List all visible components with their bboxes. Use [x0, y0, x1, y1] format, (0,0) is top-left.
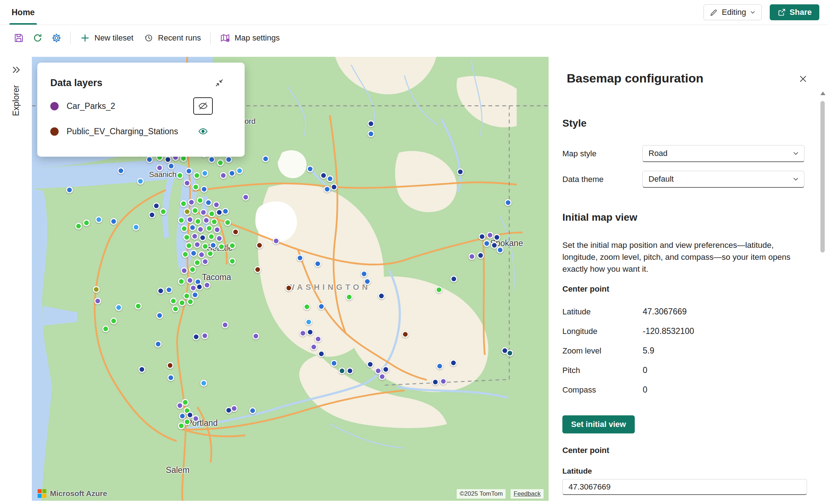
map-point[interactable]: [208, 156, 215, 163]
map-point[interactable]: [168, 162, 175, 169]
map-point[interactable]: [202, 258, 209, 265]
map-point[interactable]: [160, 208, 167, 215]
map-point[interactable]: [297, 255, 304, 262]
map-point[interactable]: [190, 284, 197, 291]
map-point[interactable]: [367, 131, 374, 137]
map-point[interactable]: [115, 304, 122, 311]
map-point[interactable]: [194, 259, 201, 266]
map-point[interactable]: [379, 373, 385, 380]
map-point[interactable]: [305, 318, 312, 325]
map-point[interactable]: [216, 209, 223, 216]
map-point[interactable]: [200, 209, 207, 216]
scrollbar-thumb[interactable]: [820, 101, 825, 253]
map-point[interactable]: [218, 243, 225, 250]
map-point[interactable]: [451, 275, 457, 282]
map-point[interactable]: [179, 413, 186, 420]
map-point[interactable]: [156, 312, 163, 319]
map-point[interactable]: [216, 235, 223, 242]
map-point[interactable]: [307, 329, 314, 335]
map-point[interactable]: [190, 250, 197, 257]
map-point[interactable]: [196, 283, 203, 290]
map-point[interactable]: [188, 199, 195, 206]
map-point[interactable]: [315, 335, 322, 342]
map-point[interactable]: [307, 166, 314, 173]
set-initial-view-button[interactable]: Set initial view: [562, 415, 635, 433]
map-point[interactable]: [191, 233, 198, 240]
map-point[interactable]: [197, 197, 203, 204]
map-point[interactable]: [201, 186, 208, 193]
map-point[interactable]: [211, 219, 218, 225]
map-point[interactable]: [200, 380, 207, 386]
map-point[interactable]: [176, 172, 183, 179]
map-point[interactable]: [256, 242, 263, 249]
map-point[interactable]: [170, 298, 177, 305]
data-theme-dropdown[interactable]: Default: [642, 171, 804, 188]
map-point[interactable]: [178, 278, 185, 285]
map-point[interactable]: [242, 194, 249, 201]
map-point[interactable]: [96, 216, 102, 223]
map-point[interactable]: [436, 363, 443, 369]
map-point[interactable]: [149, 211, 156, 218]
map-point[interactable]: [347, 368, 354, 374]
settings-button[interactable]: [47, 29, 66, 47]
editing-button[interactable]: Editing: [704, 4, 762, 20]
map-point[interactable]: [193, 172, 200, 179]
map-point[interactable]: [184, 208, 191, 215]
map-point[interactable]: [505, 199, 512, 206]
map-point[interactable]: [117, 167, 124, 174]
map-point[interactable]: [181, 225, 187, 232]
map-point[interactable]: [326, 175, 333, 182]
map-point[interactable]: [402, 331, 409, 338]
toggle-visibility-button[interactable]: [193, 123, 213, 140]
map-point[interactable]: [192, 184, 199, 191]
map-point[interactable]: [192, 207, 199, 214]
map-point[interactable]: [186, 216, 193, 223]
map-point[interactable]: [155, 341, 161, 348]
map-point[interactable]: [186, 277, 193, 284]
map-point[interactable]: [436, 287, 443, 293]
feedback-link[interactable]: Feedback: [511, 489, 544, 499]
map-point[interactable]: [229, 258, 236, 264]
map-point[interactable]: [299, 330, 306, 336]
map-point[interactable]: [194, 218, 201, 225]
expand-explorer-button[interactable]: [8, 62, 24, 78]
map-point[interactable]: [367, 361, 374, 368]
scrollbar-track[interactable]: [820, 99, 825, 500]
map-point[interactable]: [320, 172, 327, 179]
map-point[interactable]: [324, 186, 331, 193]
map-point[interactable]: [304, 304, 310, 310]
map-point[interactable]: [184, 179, 191, 186]
share-button[interactable]: Share: [770, 4, 819, 20]
map-point[interactable]: [194, 241, 201, 248]
map-point[interactable]: [225, 156, 232, 163]
refresh-button[interactable]: [28, 29, 47, 47]
map-point[interactable]: [432, 378, 439, 385]
map-point[interactable]: [229, 242, 236, 249]
map-point[interactable]: [346, 293, 352, 300]
map-point[interactable]: [156, 165, 163, 171]
map-point[interactable]: [66, 186, 73, 193]
map-point[interactable]: [228, 170, 235, 177]
map-point[interactable]: [206, 225, 212, 232]
map-point[interactable]: [199, 234, 206, 241]
map-point[interactable]: [183, 234, 190, 241]
map-point[interactable]: [236, 167, 243, 174]
map-point[interactable]: [506, 350, 513, 357]
map-point[interactable]: [497, 247, 504, 254]
map-point[interactable]: [214, 226, 220, 233]
tab-home[interactable]: Home: [9, 0, 37, 25]
map-point[interactable]: [178, 217, 185, 224]
map-point[interactable]: [367, 120, 374, 127]
map-point[interactable]: [93, 286, 100, 293]
map-point[interactable]: [249, 407, 256, 414]
map-point[interactable]: [205, 199, 212, 206]
map-point[interactable]: [487, 232, 494, 238]
map-point[interactable]: [180, 200, 187, 207]
map-point[interactable]: [208, 211, 215, 217]
map-canvas[interactable]: SaanichSeattleTacomaSpokanePortlandSalem…: [32, 57, 549, 501]
recent-runs-button[interactable]: Recent runs: [139, 29, 206, 47]
map-point[interactable]: [273, 238, 280, 245]
map-point[interactable]: [339, 368, 346, 374]
map-point[interactable]: [382, 366, 389, 373]
map-point[interactable]: [331, 360, 338, 367]
